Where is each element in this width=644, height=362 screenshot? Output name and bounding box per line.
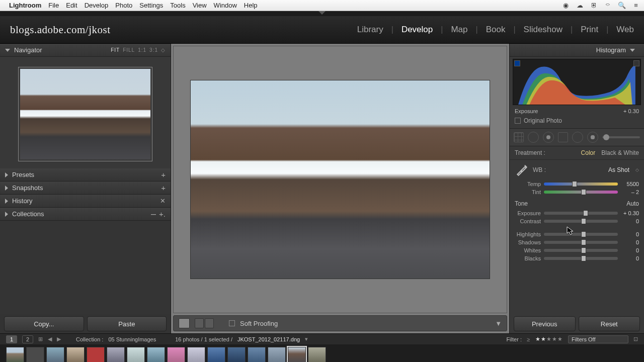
filmstrip-thumb[interactable] bbox=[107, 347, 125, 362]
mask-slider[interactable] bbox=[602, 136, 640, 138]
filmstrip-thumb[interactable] bbox=[46, 347, 64, 362]
menu-photo[interactable]: Photo bbox=[115, 2, 132, 9]
collections-header[interactable]: Collections –+. bbox=[0, 208, 171, 221]
filename-menu-icon[interactable]: ▾ bbox=[305, 336, 308, 342]
exposure-value[interactable]: + 0.30 bbox=[621, 210, 639, 216]
filmstrip-thumb[interactable] bbox=[268, 347, 286, 362]
menu-file[interactable]: File bbox=[48, 2, 59, 9]
histogram-header[interactable]: Histogram bbox=[510, 44, 644, 57]
menu-tools[interactable]: Tools bbox=[170, 2, 185, 9]
cloud-icon[interactable]: ☁ bbox=[576, 2, 584, 10]
grid-view-icon[interactable]: ⊞ bbox=[38, 336, 43, 342]
dropdown-icon[interactable]: ◇ bbox=[635, 167, 639, 172]
wb-preset-select[interactable]: As Shot bbox=[608, 166, 629, 173]
reset-button[interactable]: Reset bbox=[579, 316, 640, 331]
filmstrip-thumb[interactable] bbox=[147, 347, 165, 362]
loupe-view-button[interactable] bbox=[179, 318, 190, 328]
spotlight-icon[interactable]: 🔍 bbox=[618, 2, 626, 10]
filmstrip-thumb[interactable] bbox=[87, 347, 105, 362]
filter-preset-select[interactable]: Filters Off bbox=[568, 335, 628, 343]
tint-value[interactable]: – 2 bbox=[621, 189, 639, 195]
treatment-bw[interactable]: Black & White bbox=[601, 149, 639, 156]
contrast-value[interactable]: 0 bbox=[621, 218, 639, 224]
soft-proofing-checkbox[interactable] bbox=[229, 320, 235, 326]
star-filter[interactable]: ★★★★★ bbox=[535, 336, 563, 342]
collection-name[interactable]: 05 StunningImages bbox=[108, 336, 156, 342]
history-header[interactable]: History ✕ bbox=[0, 195, 171, 208]
previous-button[interactable]: Previous bbox=[514, 316, 576, 331]
menu-window[interactable]: Window bbox=[214, 2, 237, 9]
shadows-slider[interactable] bbox=[544, 241, 618, 244]
shield-icon[interactable]: ⛨ bbox=[590, 2, 598, 10]
zoom-fit[interactable]: FIT bbox=[111, 47, 120, 53]
histogram[interactable] bbox=[513, 59, 641, 105]
navigator-preview[interactable] bbox=[18, 67, 152, 161]
treatment-color[interactable]: Color bbox=[581, 149, 596, 156]
zoom-1-1[interactable]: 1:1 bbox=[138, 47, 146, 53]
navigator-header[interactable]: Navigator FIT FILL 1:1 3:1 ◇ bbox=[0, 44, 171, 57]
radial-filter-tool-icon[interactable] bbox=[572, 132, 583, 143]
zoom-3-1[interactable]: 3:1 bbox=[149, 47, 158, 53]
whites-slider[interactable] bbox=[544, 249, 618, 252]
toolbar-menu-icon[interactable]: ▼ bbox=[495, 320, 502, 327]
before-after-lr-button[interactable] bbox=[195, 318, 204, 328]
highlights-slider[interactable] bbox=[544, 233, 618, 236]
module-map[interactable]: Map bbox=[451, 25, 467, 35]
zoom-fill[interactable]: FILL bbox=[123, 47, 135, 53]
original-photo-checkbox[interactable] bbox=[515, 118, 521, 124]
canvas-area[interactable] bbox=[173, 46, 507, 313]
paste-button[interactable]: Paste bbox=[87, 316, 167, 331]
add-collection-icon[interactable]: +. bbox=[159, 210, 166, 218]
highlight-clip-indicator[interactable] bbox=[633, 60, 639, 66]
contrast-slider[interactable] bbox=[544, 220, 618, 223]
nav-back-icon[interactable]: ◀ bbox=[48, 336, 52, 342]
module-slideshow[interactable]: Slideshow bbox=[524, 25, 563, 35]
wifi-icon[interactable]: ⌔ bbox=[604, 2, 612, 10]
temp-slider[interactable] bbox=[544, 183, 618, 186]
filmstrip-thumb[interactable] bbox=[26, 347, 44, 362]
zoom-menu-icon[interactable]: ◇ bbox=[161, 47, 166, 53]
menu-help[interactable]: Help bbox=[244, 2, 258, 9]
menu-edit[interactable]: Edit bbox=[66, 2, 77, 9]
spot-removal-tool-icon[interactable] bbox=[528, 132, 539, 143]
app-name[interactable]: Lightroom bbox=[9, 2, 41, 9]
white-balance-picker-icon[interactable] bbox=[515, 163, 529, 177]
module-develop[interactable]: Develop bbox=[401, 25, 433, 35]
screen-2-button[interactable]: 2 bbox=[22, 335, 33, 343]
copy-button[interactable]: Copy... bbox=[4, 316, 84, 331]
add-snapshot-icon[interactable]: + bbox=[161, 184, 166, 192]
temp-value[interactable]: 5500 bbox=[621, 181, 639, 187]
crop-tool-icon[interactable] bbox=[514, 132, 524, 142]
clear-history-icon[interactable]: ✕ bbox=[160, 197, 166, 205]
snapshots-header[interactable]: Snapshots + bbox=[0, 182, 171, 195]
auto-tone-button[interactable]: Auto bbox=[626, 200, 639, 207]
graduated-filter-tool-icon[interactable] bbox=[558, 132, 568, 142]
presets-header[interactable]: Presets + bbox=[0, 168, 171, 182]
photo-canvas[interactable] bbox=[190, 80, 490, 279]
filter-lock-icon[interactable]: ⊡ bbox=[633, 336, 638, 342]
evernote-icon[interactable]: ◉ bbox=[561, 2, 570, 10]
filmstrip-thumb[interactable] bbox=[227, 347, 246, 362]
filmstrip-thumb[interactable] bbox=[207, 347, 225, 362]
filmstrip-thumb[interactable] bbox=[167, 347, 185, 362]
blacks-slider[interactable] bbox=[544, 257, 618, 260]
redeye-tool-icon[interactable] bbox=[543, 132, 554, 143]
blacks-value[interactable]: 0 bbox=[621, 255, 639, 261]
top-panel-toggle[interactable] bbox=[0, 11, 644, 16]
menu-settings[interactable]: Settings bbox=[139, 2, 163, 9]
menu-develop[interactable]: Develop bbox=[85, 2, 109, 9]
nav-forward-icon[interactable]: ▶ bbox=[57, 336, 61, 342]
highlights-value[interactable]: 0 bbox=[621, 231, 639, 237]
menu-view[interactable]: View bbox=[193, 2, 207, 9]
module-web[interactable]: Web bbox=[616, 25, 634, 35]
shadow-clip-indicator[interactable] bbox=[514, 60, 520, 66]
before-after-tb-button[interactable] bbox=[205, 318, 214, 328]
filmstrip[interactable] bbox=[0, 344, 644, 362]
tint-slider[interactable] bbox=[544, 191, 618, 194]
remove-collection-icon[interactable]: – bbox=[151, 209, 156, 219]
module-print[interactable]: Print bbox=[581, 25, 598, 35]
adjustment-brush-tool-icon[interactable] bbox=[587, 132, 598, 143]
filename[interactable]: JKOST_2012_02117.dng bbox=[237, 336, 300, 342]
exposure-slider[interactable] bbox=[544, 212, 618, 215]
whites-value[interactable]: 0 bbox=[621, 247, 639, 253]
